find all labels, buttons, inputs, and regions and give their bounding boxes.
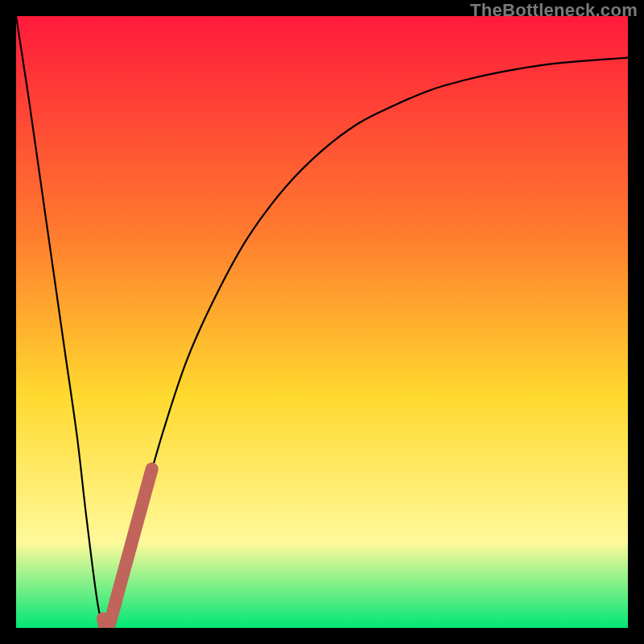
- gradient-background: [16, 16, 628, 628]
- chart-svg: [16, 16, 628, 628]
- plot-area: [16, 16, 628, 628]
- chart-frame: TheBottleneck.com: [0, 0, 644, 644]
